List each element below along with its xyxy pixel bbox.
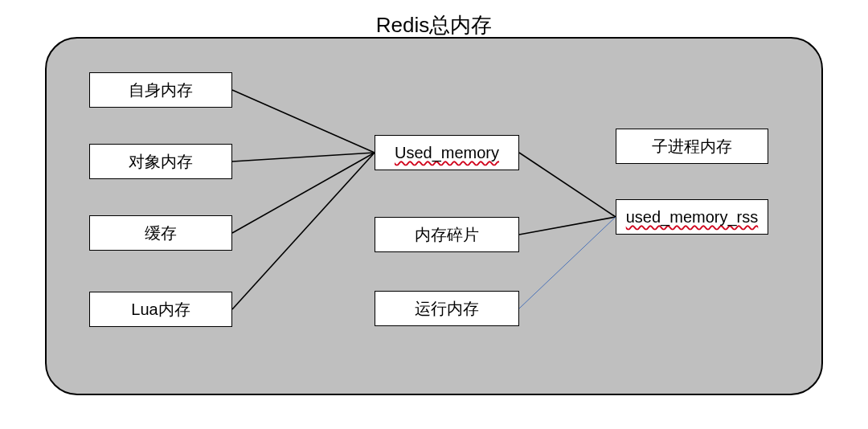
node-label: 对象内存 xyxy=(129,151,193,173)
node-cache: 缓存 xyxy=(89,215,232,251)
node-obj-mem: 对象内存 xyxy=(89,144,232,179)
node-child-proc: 子进程内存 xyxy=(616,129,768,164)
node-lua-mem: Lua内存 xyxy=(89,292,232,327)
node-label: 内存碎片 xyxy=(415,224,479,246)
node-used-memory-rss: used_memory_rss xyxy=(616,199,768,235)
node-label: used_memory_rss xyxy=(626,208,759,227)
node-label: 自身内存 xyxy=(129,80,193,101)
node-label: 缓存 xyxy=(145,223,177,244)
node-used-memory: Used_memory xyxy=(375,135,519,170)
node-label: Used_memory xyxy=(395,144,499,162)
node-run-mem: 运行内存 xyxy=(375,291,519,326)
diagram-title: Redis总内存 xyxy=(0,11,868,39)
node-label: Lua内存 xyxy=(131,299,190,321)
node-self-mem: 自身内存 xyxy=(89,72,232,108)
node-label: 运行内存 xyxy=(415,298,479,320)
node-label: 子进程内存 xyxy=(652,136,732,157)
node-fragment: 内存碎片 xyxy=(375,217,519,252)
